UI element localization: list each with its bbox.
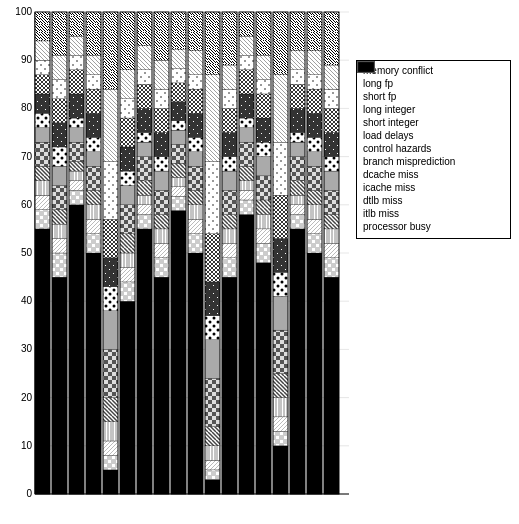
legend-label-long-fp: long fp [363,78,393,89]
legend-label-branch-misprediction: branch misprediction [363,156,455,167]
legend-item-branch-misprediction: branch misprediction [363,156,504,167]
legend-item-memory-conflict: memory conflict [363,65,504,76]
legend-item-load-delays: load delays [363,130,504,141]
legend-item-itlb-miss: itlb miss [363,208,504,219]
chart-legend: memory conflict long fp short fp long in… [356,60,511,239]
legend-label-short-fp: short fp [363,91,396,102]
legend-item-control-hazards: control hazards [363,143,504,154]
legend-label-dtlb-miss: dtlb miss [363,195,402,206]
legend-label-icache-miss: icache miss [363,182,415,193]
legend-item-long-fp: long fp [363,78,504,89]
legend-swatch-processor-busy [357,61,375,73]
legend-label-processor-busy: processor busy [363,221,431,232]
legend-label-dcache-miss: dcache miss [363,169,419,180]
legend-item-short-integer: short integer [363,117,504,128]
chart-container: memory conflict long fp short fp long in… [0,0,519,524]
legend-item-icache-miss: icache miss [363,182,504,193]
legend-item-dtlb-miss: dtlb miss [363,195,504,206]
legend-label-long-integer: long integer [363,104,415,115]
legend-label-itlb-miss: itlb miss [363,208,399,219]
legend-item-long-integer: long integer [363,104,504,115]
legend-item-processor-busy: processor busy [363,221,504,232]
legend-label-short-integer: short integer [363,117,419,128]
legend-item-short-fp: short fp [363,91,504,102]
legend-label-load-delays: load delays [363,130,414,141]
legend-label-control-hazards: control hazards [363,143,431,154]
legend-item-dcache-miss: dcache miss [363,169,504,180]
